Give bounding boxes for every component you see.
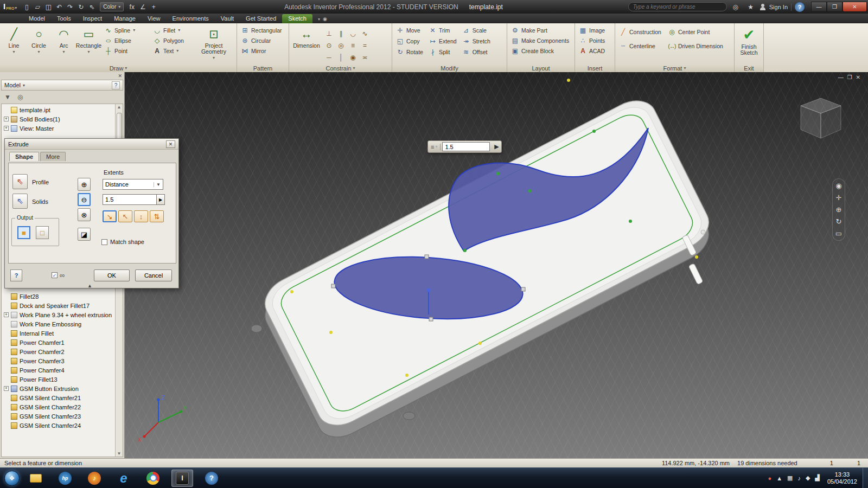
- boolean-intersect-button[interactable]: ⊗: [78, 208, 91, 221]
- constraint-button[interactable]: ≍: [359, 52, 371, 63]
- ribbon-button[interactable]: ◠ Arc ▾: [52, 25, 76, 63]
- pan-icon[interactable]: ✛: [836, 194, 842, 201]
- constraint-button[interactable]: ◡: [347, 28, 359, 39]
- ribbon-button[interactable]: ◎ Center Point: [666, 27, 725, 37]
- browser-close-icon[interactable]: ✕: [118, 73, 122, 79]
- tree-item[interactable]: Power Chamfer4: [2, 365, 114, 375]
- tree-item[interactable]: Power Chamfer2: [2, 347, 114, 356]
- taskbar-app-button[interactable]: [201, 470, 222, 487]
- expand-icon[interactable]: [4, 117, 9, 121]
- quick-access-button[interactable]: ↷: [65, 2, 75, 12]
- ribbon-tab[interactable]: Environments: [167, 14, 215, 23]
- tree-item[interactable]: Power Fillet13: [2, 375, 114, 384]
- panel-footer-insert[interactable]: Insert: [575, 64, 615, 72]
- taskbar-app-button[interactable]: [142, 470, 164, 487]
- doc-close-icon[interactable]: ✕: [856, 74, 860, 80]
- panel-footer-constrain[interactable]: Constrain: [289, 64, 392, 72]
- doc-restore-icon[interactable]: ❐: [847, 74, 852, 80]
- ribbon-button[interactable]: ▦ Image: [577, 25, 607, 35]
- ribbon-tab[interactable]: Vault: [215, 14, 240, 23]
- extrude-dialog-titlebar[interactable]: Extrude ✕: [5, 139, 178, 150]
- doc-minimize-icon[interactable]: —: [838, 74, 844, 80]
- tray-icon[interactable]: ▲: [776, 475, 782, 481]
- ribbon-button[interactable]: ∴ Points: [577, 35, 607, 46]
- constraint-button[interactable]: ∥: [335, 28, 347, 39]
- direction-1-button[interactable]: ↘: [103, 210, 117, 222]
- ribbon-button[interactable]: ↠ Stretch: [460, 36, 493, 46]
- tree-item[interactable]: GSM Silent Chamfer24: [2, 421, 114, 430]
- ribbon-button[interactable]: A Text: [151, 46, 196, 56]
- ribbon-options-button[interactable]: ▾ ◉: [318, 16, 327, 23]
- ribbon-tab[interactable]: View: [142, 14, 167, 23]
- ribbon-button[interactable]: A ACAD: [577, 46, 607, 56]
- direction-symmetric-button[interactable]: ↕: [134, 210, 148, 222]
- ribbon-button[interactable]: ⋈ Mirror: [239, 46, 284, 56]
- direction-2-button[interactable]: ↖: [118, 210, 132, 222]
- quick-access-button[interactable]: ∠: [137, 2, 148, 12]
- ribbon-tab[interactable]: Tools: [51, 14, 77, 23]
- constraint-button[interactable]: =: [359, 40, 371, 51]
- panel-footer-pattern[interactable]: Pattern: [237, 64, 289, 72]
- constraint-button[interactable]: ◎: [335, 40, 347, 51]
- ribbon-button[interactable]: ⊞ Rectangular: [239, 25, 284, 35]
- browser-help-icon[interactable]: [112, 81, 120, 89]
- extents-mode-dropdown[interactable]: Distance ▼: [103, 179, 163, 190]
- ribbon-button[interactable]: ↻ Rotate: [394, 47, 425, 57]
- tree-item[interactable]: GSM Silent Chamfer21: [2, 393, 114, 402]
- quick-access-button[interactable]: +: [148, 2, 159, 12]
- browser-header[interactable]: Model ▾: [1, 80, 123, 91]
- tray-icon[interactable]: ♪: [798, 475, 801, 481]
- constraint-button[interactable]: ≡: [347, 40, 359, 51]
- taskbar-app-button[interactable]: [171, 470, 193, 487]
- ribbon-button[interactable]: ◇ Polygon: [151, 35, 196, 46]
- ribbon-button[interactable]: ▭ Rectangle ▾: [76, 25, 101, 63]
- tree-item[interactable]: Internal Fillet: [2, 329, 114, 338]
- panel-footer-exit[interactable]: Exit: [735, 64, 763, 72]
- tray-icon[interactable]: ●: [768, 475, 772, 481]
- ribbon-tab[interactable]: Sketch: [282, 14, 312, 23]
- constraint-button[interactable]: ∿: [359, 28, 371, 39]
- minimize-button[interactable]: —: [811, 2, 827, 12]
- maximize-button[interactable]: ❐: [827, 2, 843, 12]
- ribbon-button[interactable]: (↔) Driven Dimension: [666, 41, 725, 52]
- close-button[interactable]: ✕: [843, 2, 867, 12]
- constraint-button[interactable]: ─: [323, 52, 335, 63]
- 3d-viewport[interactable]: Z Y X ◉ ✛ ⊕ ↻ ▭ — ❐ ✕ ≡: [125, 72, 868, 458]
- ribbon-tab[interactable]: Model: [23, 14, 51, 23]
- tree-item[interactable]: Dock and Speaker Fillet17: [2, 301, 114, 310]
- panel-footer-format[interactable]: Format: [615, 64, 734, 72]
- taskbar-app-button[interactable]: [25, 470, 47, 487]
- tree-item[interactable]: GSM Button Extrusion: [2, 384, 114, 393]
- constraint-button[interactable]: ⊥: [323, 28, 335, 39]
- ribbon-button[interactable]: ▤ Make Components: [509, 35, 571, 46]
- ribbon-button[interactable]: ╱ Construction: [617, 27, 663, 37]
- project-geometry-button[interactable]: ⊡ Project Geometry ▾: [197, 25, 230, 63]
- quick-access-button[interactable]: ◫: [43, 2, 54, 12]
- constraint-button[interactable]: │: [335, 52, 347, 63]
- output-solid-button[interactable]: ■: [17, 226, 30, 239]
- search-input[interactable]: [628, 2, 727, 11]
- tree-item[interactable]: GSM Silent Chamfer22: [2, 402, 114, 412]
- tray-icon[interactable]: ▦: [787, 474, 793, 481]
- tree-item[interactable]: Fillet28: [2, 292, 114, 301]
- ribbon-button[interactable]: ▣ Create Block: [509, 46, 571, 56]
- tab-more[interactable]: More: [40, 152, 66, 161]
- taskbar-app-button[interactable]: [84, 470, 105, 487]
- quick-access-button[interactable]: ▯: [21, 2, 32, 12]
- ribbon-button[interactable]: ┼ Point: [102, 46, 150, 56]
- constraint-button[interactable]: ◉: [347, 52, 359, 63]
- scroll-up-icon[interactable]: ▲: [117, 105, 122, 110]
- tree-item[interactable]: Power Chamfer3: [2, 356, 114, 365]
- profile-select-button[interactable]: ⇖: [12, 174, 28, 189]
- solids-select-button[interactable]: ⇖: [12, 194, 28, 209]
- start-button[interactable]: [4, 471, 20, 486]
- ribbon-button[interactable]: ≋ Offset: [460, 47, 493, 57]
- ribbon-button[interactable]: ╱ Line ▾: [2, 25, 26, 63]
- ribbon-button[interactable]: ∤ Split: [426, 47, 459, 57]
- taskbar-app-button[interactable]: [54, 470, 76, 487]
- constraint-button[interactable]: ⊙: [323, 40, 335, 51]
- tree-item[interactable]: template.ipt: [2, 105, 114, 114]
- ribbon-button[interactable]: ⚙ Make Part: [509, 25, 571, 35]
- tray-icon[interactable]: ◆: [806, 474, 810, 481]
- panel-footer-modify[interactable]: Modify: [392, 64, 507, 72]
